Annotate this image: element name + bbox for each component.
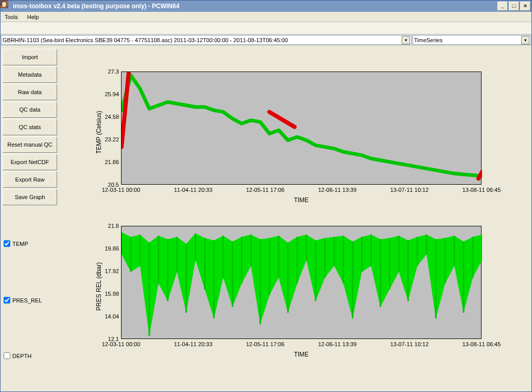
zoom-in-button[interactable] <box>3 23 14 34</box>
export-raw-button[interactable]: Export Raw <box>3 171 57 188</box>
menubar: Tools Help <box>1 12 531 22</box>
x-tick: 11-04-11 20:33 <box>167 187 219 193</box>
plot-area: TEMP (Celsius) TIME 20.521.8623.2224.582… <box>59 46 531 389</box>
qc-stats-button[interactable]: QC stats <box>3 119 57 135</box>
x-tick: 13-08-11 06:45 <box>456 341 507 347</box>
close-button[interactable]: × <box>520 2 530 11</box>
selector-row: GBRHIN-1103 (Sea-bird Electronics SBE39 … <box>1 34 531 46</box>
raw-data-button[interactable]: Raw data <box>3 84 57 100</box>
x-tick: 12-03-11 00:00 <box>95 187 147 193</box>
status-strip <box>1 389 531 391</box>
y-tick: 17.92 <box>98 268 119 274</box>
y-tick: 15.98 <box>98 291 119 297</box>
pan-button[interactable] <box>31 23 43 34</box>
y-tick: 19.86 <box>98 245 119 252</box>
dataset-combo-text: GBRHIN-1103 (Sea-bird Electronics SBE39 … <box>3 37 288 43</box>
depth-checkbox[interactable] <box>4 352 10 359</box>
x-tick: 12-03-11 00:00 <box>95 341 147 347</box>
menu-help[interactable]: Help <box>25 13 41 21</box>
var-check-temp[interactable]: TEMP <box>4 240 28 247</box>
x-tick: 12-05-11 17:06 <box>239 187 291 193</box>
view-combo[interactable]: TimeSeries ▾ <box>413 35 531 45</box>
app-window: imos-toolbox v2.4 beta (testing purpose … <box>0 0 532 392</box>
toolbar <box>1 22 531 34</box>
y-tick: 24.58 <box>98 114 119 120</box>
y-tick: 23.22 <box>98 136 119 142</box>
var-check-depth[interactable]: DEPTH <box>4 352 31 359</box>
hand-icon <box>0 0 8 8</box>
titlebar: imos-toolbox v2.4 beta (testing purpose … <box>1 1 531 12</box>
view-combo-text: TimeSeries <box>414 37 442 43</box>
pres-chart[interactable]: PRES REL (dbar) TIME 12.114.0415.9817.92… <box>59 210 523 375</box>
zoom-out-button[interactable] <box>17 23 28 34</box>
pres-xlabel: TIME <box>121 351 482 358</box>
window-controls: _ □ × <box>497 2 530 11</box>
chevron-down-icon: ▾ <box>402 36 410 44</box>
x-tick: 13-08-11 06:45 <box>456 187 507 193</box>
pres-rel-label: PRES_REL <box>12 297 42 304</box>
import-button[interactable]: Import <box>3 49 57 65</box>
maximize-button[interactable]: □ <box>509 2 519 11</box>
menu-tools[interactable]: Tools <box>3 13 20 21</box>
minimize-button[interactable]: _ <box>497 2 508 11</box>
temp-xlabel: TIME <box>121 197 482 204</box>
metadata-button[interactable]: Metadata <box>3 66 57 83</box>
var-check-pres-rel[interactable]: PRES_REL <box>4 297 42 304</box>
content-area: Import Metadata Raw data QC data QC stat… <box>1 46 531 389</box>
side-buttons: Import Metadata Raw data QC data QC stat… <box>1 46 59 389</box>
y-tick: 21.8 <box>98 223 119 229</box>
save-graph-button[interactable]: Save Graph <box>3 189 57 205</box>
reset-manual-qc-button[interactable]: Reset manual QC <box>3 136 57 153</box>
y-tick: 14.04 <box>98 313 119 319</box>
temp-chart[interactable]: TEMP (Celsius) TIME 20.521.8623.2224.582… <box>59 46 523 216</box>
qc-data-button[interactable]: QC data <box>3 101 57 118</box>
depth-label: DEPTH <box>12 353 31 359</box>
x-tick: 11-04-11 20:33 <box>167 341 219 347</box>
dataset-combo[interactable]: GBRHIN-1103 (Sea-bird Electronics SBE39 … <box>1 35 411 45</box>
x-tick: 12-06-11 13:39 <box>312 187 363 193</box>
x-tick: 12-06-11 13:39 <box>312 341 363 347</box>
temp-axes[interactable] <box>121 72 482 185</box>
pres-axes[interactable] <box>121 226 482 339</box>
x-tick: 13-07-11 10:12 <box>384 187 435 193</box>
x-tick: 12-05-11 17:06 <box>239 341 291 347</box>
export-netcdf-button[interactable]: Export NetCDF <box>3 154 57 170</box>
window-title: imos-toolbox v2.4 beta (testing purpose … <box>13 3 497 10</box>
y-tick: 27.3 <box>98 68 119 75</box>
y-tick: 21.86 <box>98 159 119 165</box>
x-tick: 13-07-11 10:12 <box>384 341 435 347</box>
pres-rel-checkbox[interactable] <box>4 297 10 304</box>
temp-label: TEMP <box>12 241 28 247</box>
chevron-down-icon: ▾ <box>521 36 529 44</box>
y-tick: 25.94 <box>98 91 119 97</box>
temp-checkbox[interactable] <box>4 240 10 247</box>
